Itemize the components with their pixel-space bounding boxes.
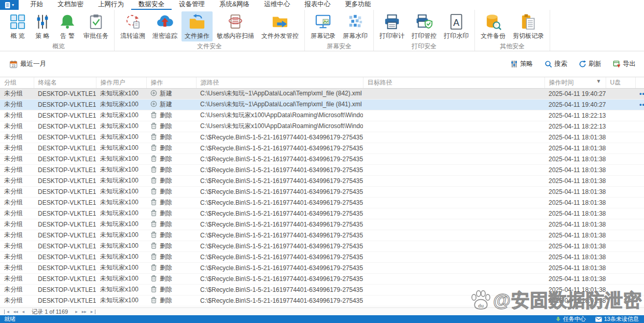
menu-tab-4[interactable]: 数据安全 [131, 0, 172, 10]
action-label: 删除 [160, 133, 172, 141]
cell-group: 未分组 [0, 88, 34, 99]
table-row[interactable]: 未分组DESKTOP-VLKTLE1未知玩家x100删除C:\$Recycle.… [0, 143, 644, 153]
policy-sliders-icon [34, 13, 51, 30]
row-menu-button[interactable]: ••• [639, 101, 644, 108]
cell-user: 未知玩家x100 [96, 241, 146, 251]
cell-menu [635, 230, 644, 241]
cell-group: 未分组 [0, 241, 34, 251]
ribbon-button-sensitive-scan[interactable]: 敏感内容扫描 [214, 11, 257, 41]
ribbon-button-file-outgoing[interactable]: 文件外发管控 [258, 11, 302, 41]
cell-user: 未知玩家x100 [96, 273, 146, 284]
task-center-label: 任务中心 [563, 315, 586, 323]
prev-page-button[interactable]: ◂ [20, 310, 27, 314]
table-row[interactable]: 未分组DESKTOP-VLKTLE1未知玩家x100删除C:\$Recycle.… [0, 153, 644, 164]
table-row[interactable]: 未分组DESKTOP-VLKTLE1未知玩家x100删除C:\$Recycle.… [0, 208, 644, 219]
time-filter-dropdown-icon[interactable]: ▼ [596, 78, 601, 84]
action-label: 删除 [160, 286, 172, 293]
next-page-button[interactable]: ▸ [73, 310, 80, 314]
ribbon-button-print-control[interactable]: 打印管控 [409, 11, 440, 41]
cell-usb [606, 175, 635, 186]
ribbon-button-clipboard-record[interactable]: 剪切板记录 [510, 11, 547, 41]
table-row[interactable]: 未分组DESKTOP-VLKTLE1未知玩家x100删除C:\$Recycle.… [0, 132, 644, 143]
menu-tab-8[interactable]: 报表中心 [297, 0, 338, 10]
sensitive-scan-icon [227, 13, 244, 30]
cell-user: 未知玩家x100 [96, 121, 146, 132]
cell-time: 2025-04-11 18:01:38 [544, 208, 606, 219]
menu-tab-9[interactable]: 更多功能 [338, 0, 378, 10]
menu-tab-6[interactable]: 系统&网络 [212, 0, 257, 10]
last-page-button[interactable]: ▸ [89, 310, 96, 314]
cell-time: 2025-04-11 18:01:38 [544, 175, 606, 186]
date-range-button[interactable]: 23 最近一月 [9, 60, 46, 68]
table-row[interactable]: 未分组DESKTOP-VLKTLE1未知玩家x100删除C:\$Recycle.… [0, 219, 644, 230]
cell-action: 删除 [146, 110, 196, 121]
table-row[interactable]: 未分组DESKTOP-VLKTLE1未知玩家x100删除C:\Users\未知玩… [0, 121, 644, 132]
table-row[interactable]: 未分组DESKTOP-VLKTLE1未知玩家x100删除C:\$Recycle.… [0, 175, 644, 186]
table-row[interactable]: 未分组DESKTOP-VLKTLE1未知玩家x100新建C:\Users\未知玩… [0, 88, 644, 99]
cell-group: 未分组 [0, 153, 34, 164]
ribbon-button-leak-trace[interactable]: 泄密追踪 [149, 11, 180, 41]
ribbon-button-flow-trace[interactable]: 流转追溯 [117, 11, 148, 41]
menu-tab-7[interactable]: 运维中心 [257, 0, 297, 10]
screen-watermark-icon [347, 13, 363, 30]
cell-terminal: DESKTOP-VLKTLE1 [34, 164, 96, 175]
ribbon-button-alert-bell[interactable]: 告 警 [55, 11, 79, 41]
search-button[interactable]: 搜索 [544, 60, 567, 68]
table-row[interactable]: 未分组DESKTOP-VLKTLE1未知玩家x100删除C:\$Recycle.… [0, 273, 644, 284]
column-header-terminal: 终端名 [34, 77, 96, 88]
menu-tab-2[interactable]: 文档加密 [50, 0, 91, 10]
table-row[interactable]: 未分组DESKTOP-VLKTLE1未知玩家x100删除C:\$Recycle.… [0, 262, 644, 273]
table-row[interactable]: 未分组DESKTOP-VLKTLE1未知玩家x100删除C:\$Recycle.… [0, 251, 644, 262]
cell-action: 删除 [146, 241, 196, 251]
menu-tab-5[interactable]: 设备管理 [172, 0, 212, 10]
ribbon-button-approval-tasks[interactable]: 审批任务 [80, 11, 111, 41]
ribbon-button-file-backup[interactable]: 文件备份 [478, 11, 509, 41]
app-menu-button[interactable]: ▾ [0, 0, 19, 10]
ribbon-button-overview-grid[interactable]: 概 览 [6, 11, 30, 41]
table-row[interactable]: 未分组DESKTOP-VLKTLE1未知玩家x100删除C:\$Recycle.… [0, 230, 644, 241]
ribbon-button-screen-record[interactable]: 屏幕记录 [307, 11, 339, 41]
cell-group: 未分组 [0, 230, 34, 241]
ribbon-button-file-operation[interactable]: 文件操作 [181, 11, 213, 41]
first-page-button[interactable]: ◂ [4, 310, 11, 314]
fast-next-page-button[interactable]: ▸▸ [80, 310, 89, 314]
table-row[interactable]: 未分组DESKTOP-VLKTLE1未知玩家x100删除C:\$Recycle.… [0, 284, 644, 295]
flow-trace-icon [124, 13, 141, 30]
cell-time: 2025-04-11 18:01:38 [544, 273, 606, 284]
ribbon-button-screen-watermark[interactable]: 屏幕水印 [340, 11, 371, 41]
cell-action: 删除 [146, 197, 196, 208]
action-label: 删除 [160, 144, 172, 151]
ribbon-button-print-audit[interactable]: 打印审计 [376, 11, 408, 41]
table-row[interactable]: 未分组DESKTOP-VLKTLE1未知玩家x100删除C:\$Recycle.… [0, 164, 644, 175]
table-row[interactable]: 未分组DESKTOP-VLKTLE1未知玩家x100删除C:\$Recycle.… [0, 241, 644, 251]
table-row[interactable]: 未分组DESKTOP-VLKTLE1未知玩家x100删除C:\Users\未知玩… [0, 110, 644, 121]
ribbon-button-policy-sliders[interactable]: 策 略 [31, 11, 54, 41]
table-row[interactable]: 未分组DESKTOP-VLKTLE1未知玩家x100删除C:\$Recycle.… [0, 186, 644, 197]
cell-target [363, 273, 544, 284]
unread-messages-button[interactable]: 13条未读信息 [595, 315, 639, 323]
ribbon-button-label: 文件操作 [185, 32, 209, 40]
menu-tab-1[interactable]: 开始 [23, 0, 50, 10]
table-row[interactable]: 未分组DESKTOP-VLKTLE1未知玩家x100新建C:\Users\未知玩… [0, 99, 644, 110]
ribbon-button-print-watermark[interactable]: A打印水印 [441, 11, 472, 41]
fast-prev-page-button[interactable]: ◂◂ [11, 310, 20, 314]
cell-target [363, 132, 544, 143]
task-center-button[interactable]: 任务中心 [555, 315, 586, 323]
cell-time: 2025-04-11 18:01:38 [544, 295, 606, 306]
row-menu-button[interactable]: ••• [639, 90, 644, 97]
application-window: ▾ 开始文档加密上网行为数据安全设备管理系统&网络运维中心报表中心更多功能 概 … [0, 0, 644, 323]
export-button[interactable]: 导出 [613, 60, 636, 68]
cell-terminal: DESKTOP-VLKTLE1 [34, 153, 96, 164]
table-row[interactable]: 未分组DESKTOP-VLKTLE1未知玩家x100删除C:\$Recycle.… [0, 197, 644, 208]
print-audit-icon [384, 13, 400, 30]
table-row[interactable]: 未分组DESKTOP-VLKTLE1未知玩家x100删除C:\$Recycle.… [0, 295, 644, 306]
column-header-group: 分组 [0, 77, 34, 88]
action-label: 删除 [160, 111, 172, 119]
cell-target [363, 295, 544, 306]
menu-tab-3[interactable]: 上网行为 [91, 0, 131, 10]
action-label: 删除 [160, 297, 172, 304]
policy-small-button[interactable]: 策略 [510, 60, 533, 68]
cell-action: 删除 [146, 143, 196, 153]
refresh-button[interactable]: 刷新 [579, 60, 601, 68]
cell-terminal: DESKTOP-VLKTLE1 [34, 219, 96, 230]
